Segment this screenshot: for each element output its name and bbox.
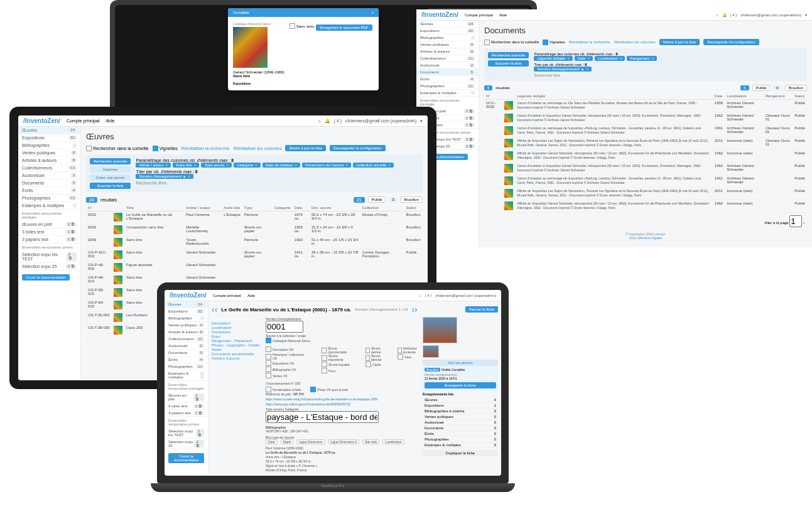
sidebar-item-uvres[interactable]: Œuvres24	[165, 301, 208, 308]
artwork-preview[interactable]	[423, 317, 457, 343]
save-config-button[interactable]: Sauvegarder la configuration	[703, 39, 759, 45]
chevron-left-icon[interactable]: ‹‹	[212, 304, 217, 314]
table-row[interactable]: DOC-0032Carton d'invitation au vernissag…	[484, 100, 807, 112]
vignettes-checkbox[interactable]: Vignettes	[543, 40, 565, 45]
update-list-button[interactable]: Mettre à jour la liste	[285, 145, 325, 151]
home-icon[interactable]: ⌂	[419, 294, 421, 297]
filter-tag[interactable]: Date	[575, 56, 593, 61]
save-config-button[interactable]: Sauvegarder la configuration	[330, 145, 386, 151]
table-row[interactable]: 0256Sans titreYovan RadenkovitchPeinture…	[86, 237, 423, 249]
table-row[interactable]: 0001Le Golfe de Marseille vu de L'Estaqu…	[86, 211, 423, 224]
detail-tab[interactable]: Description	[212, 321, 262, 325]
export-button[interactable]: Exporter la liste	[90, 183, 131, 189]
duplicate-button[interactable]: Dupliquer la fiche	[423, 450, 498, 456]
sidebar-item-artistesauteurs[interactable]: Artistes & auteurs8	[18, 157, 80, 164]
bell-icon[interactable]: 🔔	[722, 13, 727, 17]
bell-icon[interactable]: 🔔	[325, 119, 330, 124]
table-row[interactable]: Affiche de l'exposition Gérard Schneider…	[484, 200, 807, 213]
detail-tab[interactable]: Inscriptions	[212, 330, 262, 334]
table-row[interactable]: Carton d'invitation au vernissage de l'e…	[484, 175, 807, 188]
sidebar-item-photographies[interactable]: Photographies11	[165, 363, 208, 370]
filter-tag[interactable]: Collection actuelle	[353, 163, 394, 168]
sidebar-item-expositions[interactable]: Expositions31	[18, 134, 80, 142]
home-icon[interactable]: ⌂	[716, 13, 718, 17]
table-row[interactable]: Carton d'invitation à l'exposition Gérar…	[484, 163, 807, 175]
table-row[interactable]: Affiche de l'exposition Gérard Schneider…	[484, 150, 807, 163]
table-row[interactable]: 0002Composition sans titreMarielle Loubc…	[86, 224, 423, 237]
detail-tab[interactable]: Expo	[212, 335, 262, 338]
auto-save-checkbox[interactable]: Sauv. auto.	[290, 23, 315, 29]
logo[interactable]: /InventoZen/	[421, 11, 458, 18]
sidebar-item-artistesauteurs[interactable]: Artistes & auteurs8	[416, 48, 479, 55]
chevron-right-icon[interactable]: ›	[803, 221, 804, 225]
sidebar-item-expositions[interactable]: Expositions31	[416, 28, 479, 35]
detail-tab[interactable]: Documents administratifs	[212, 352, 262, 356]
print-button[interactable]: Imprimer	[90, 166, 131, 173]
sidebar-item-audiovisuel[interactable]: Audiovisuel2	[416, 62, 479, 69]
filter-tag[interactable]: Dimensions de l'œuvre	[302, 163, 351, 168]
sidebar-item-ventespubliques[interactable]: Ventes publiques9	[416, 41, 479, 48]
chevron-right-icon[interactable]: ››	[411, 304, 417, 314]
sidebar-item-expositions[interactable]: Expositions31	[165, 308, 208, 315]
home-icon[interactable]: ⌂	[318, 119, 320, 123]
sidebar-item-documents[interactable]: Documents5	[165, 350, 208, 356]
table-row[interactable]: Carton d'invitation à l'exposition Gérar…	[484, 112, 807, 125]
open-doc-button[interactable]: Ouvrir la documentation	[168, 453, 204, 463]
sidebar-item-bibliographies[interactable]: Bibliographies	[416, 35, 479, 41]
sidebar-item-uvres[interactable]: Œuvres24	[18, 127, 80, 134]
trash-search-checkbox[interactable]: Rechercher dans la corbeille	[86, 146, 149, 151]
sidebar-item-audiovisuel[interactable]: Audiovisuel2	[165, 343, 208, 350]
vignettes-checkbox[interactable]: Vignettes	[153, 146, 178, 151]
adv-search-button[interactable]: Recherche avancée	[90, 158, 131, 164]
sidebar-item-audiovisuel[interactable]: Audiovisuel2	[18, 172, 80, 179]
chevron-down-icon[interactable]: ▾	[805, 13, 807, 17]
sidebar-item-collectionneurs[interactable]: Collectionneurs11	[18, 164, 80, 172]
filter-tag[interactable]: Date de création	[263, 163, 301, 168]
page-input[interactable]	[789, 215, 802, 227]
sidebar-item-crits[interactable]: Écrits4	[18, 187, 80, 195]
sidebar-item-documents[interactable]: Documents5	[416, 69, 479, 76]
filter-tag[interactable]: Légende rédigée	[534, 56, 573, 61]
detail-tab[interactable]: Localisation	[212, 326, 262, 329]
sort-dropdown[interactable]: Numéro d'enregistrement ▲	[136, 174, 193, 179]
sidebar-item-bibliographies[interactable]: Bibliographies	[18, 142, 80, 149]
sidebar-item-estampesmultiples[interactable]: Estampes & multiples	[18, 202, 80, 210]
detail-tab[interactable]: Rangement - Placement	[212, 339, 262, 343]
logo[interactable]: /InventoZen/	[23, 117, 60, 124]
sidebar-item-ventespubliques[interactable]: Ventes publiques9	[165, 322, 208, 329]
sidebar-item-crits[interactable]: Écrits4	[165, 356, 208, 363]
sidebar-item-ventespubliques[interactable]: Ventes publiques9	[18, 149, 80, 157]
filter-tag[interactable]: Localisation	[595, 56, 625, 61]
table-row[interactable]: Affiche de l'exposition Les Sujets de l'…	[484, 137, 807, 150]
detail-tab[interactable]: Informations générales	[212, 317, 262, 321]
sidebar-item-documents[interactable]: Documents5	[18, 179, 80, 187]
chevron-down-icon[interactable]: ▾	[420, 119, 423, 124]
detail-tab[interactable]: Photos - Copyrights - Crédits	[212, 343, 262, 347]
sidebar-item-crits[interactable]: Écrits4	[416, 76, 479, 83]
open-doc-button[interactable]: Ouvrir la documentation	[22, 274, 70, 281]
filter-tag[interactable]: Catégorie	[234, 163, 261, 168]
save-pdf-button[interactable]: Enregistrer le document PDF	[316, 24, 372, 31]
update-list-button[interactable]: Mettre à jour la liste	[659, 39, 700, 45]
export-button[interactable]: Exporter la liste	[488, 60, 529, 67]
create-button[interactable]: Créer une œuvre	[90, 174, 131, 181]
close-button[interactable]: Fermer la fiche	[465, 306, 498, 313]
table-row[interactable]: Carton d'invitation au vernissage de l'e…	[484, 125, 807, 137]
sidebar-item-photographies[interactable]: Photographies11	[416, 83, 479, 90]
trash-search-checkbox[interactable]: Rechercher dans la corbeille	[484, 40, 539, 45]
sidebar-item-collectionneurs[interactable]: Collectionneurs11	[165, 336, 208, 343]
sort-dropdown[interactable]: Numéro d'enregistrement ▲	[534, 67, 592, 72]
logo[interactable]: /InventoZen/	[170, 292, 207, 299]
adv-search-button[interactable]: Recherche avancée	[488, 52, 529, 58]
registration-number-input[interactable]	[266, 321, 303, 333]
sidebar-item-artistesauteurs[interactable]: Artistes & auteurs8	[165, 329, 208, 336]
filter-tag[interactable]: Artiste / auteur	[136, 163, 171, 168]
filter-tag[interactable]: Autre titre	[173, 163, 200, 168]
sidebar-item-uvres[interactable]: Œuvres24	[416, 21, 479, 28]
detail-tab[interactable]: Notes	[212, 348, 262, 351]
sidebar-item-bibliographies[interactable]: Bibliographies	[165, 315, 208, 322]
type-input[interactable]	[266, 411, 379, 423]
table-row[interactable]: GS-P-41C-003Sans titreGérard SchneiderŒu…	[86, 249, 423, 262]
close-icon[interactable]: ×	[371, 11, 374, 14]
table-row[interactable]: Affiche de l'exposition Les Sujets de l'…	[484, 188, 807, 200]
